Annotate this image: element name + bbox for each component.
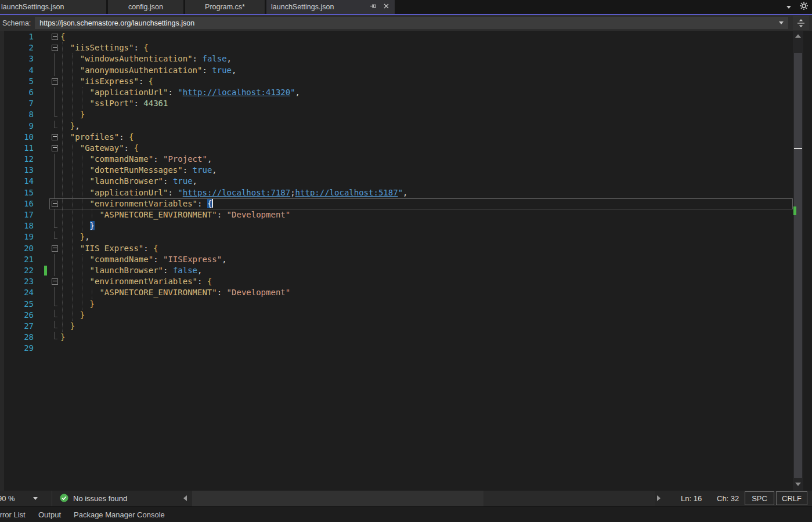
code-text[interactable]: "environmentVariables": { [59,198,213,209]
code-line-11[interactable]: 11 "Gateway": { [0,143,793,154]
code-text[interactable]: "launchBrowser": false, [59,265,202,276]
code-text[interactable]: } [59,332,65,343]
fold-toggle-icon[interactable] [50,143,59,154]
pin-tab-icon[interactable] [370,2,377,12]
code-text[interactable]: "environmentVariables": { [59,276,212,287]
code-line-9[interactable]: 9 }, [0,121,793,132]
code-text[interactable]: "applicationUrl": "http://localhost:4132… [59,87,300,98]
code-text[interactable]: "ASPNETCORE_ENVIRONMENT": "Development" [59,287,290,298]
code-text[interactable]: "commandName": "IISExpress", [59,254,227,265]
fold-toggle-icon[interactable] [50,76,59,87]
code-line-15[interactable]: 15 "applicationUrl": "https://localhost:… [0,187,793,198]
code-text[interactable]: "iisExpress": { [59,76,153,87]
close-tab-icon[interactable] [382,2,390,12]
code-line-3[interactable]: 3 "windowsAuthentication": false, [0,53,793,64]
code-line-19[interactable]: 19 }, [0,231,793,242]
code-text[interactable]: { [59,31,65,42]
document-health-indicator[interactable]: No issues found [60,491,127,506]
settings-gear-icon[interactable] [799,1,809,13]
code-line-26[interactable]: 26 } [0,310,793,321]
fold-toggle-icon[interactable] [50,132,59,143]
hscroll-left-arrow-icon[interactable] [183,495,187,501]
code-line-28[interactable]: 28} [0,332,793,343]
code-line-21[interactable]: 21 "commandName": "IISExpress", [0,254,793,265]
line-indicator[interactable]: Ln: 16 [681,494,702,503]
code-text[interactable]: "commandName": "Project", [59,154,212,165]
code-line-12[interactable]: 12 "commandName": "Project", [0,154,793,165]
zoom-dropdown-chevron-icon[interactable] [33,497,38,500]
tab-list-chevron-icon[interactable] [786,6,791,9]
code-text[interactable]: } [59,299,95,310]
fold-toggle-icon[interactable] [50,31,59,42]
code-text[interactable]: }, [59,231,90,242]
code-line-4[interactable]: 4 "anonymousAuthentication": true, [0,65,793,76]
code-line-24[interactable]: 24 "ASPNETCORE_ENVIRONMENT": "Developmen… [0,287,793,298]
split-editor-button[interactable] [793,16,809,30]
code-line-2[interactable]: 2 "iisSettings": { [0,42,793,53]
change-margin [44,310,50,321]
indent-mode-button[interactable]: SPC [745,491,774,505]
code-line-6[interactable]: 6 "applicationUrl": "http://localhost:41… [0,87,793,98]
panel-tab-output[interactable]: Output [38,507,61,522]
code-line-27[interactable]: 27 } [0,321,793,332]
code-text[interactable]: "iisSettings": { [59,42,149,53]
vertical-scrollbar[interactable] [793,31,803,491]
code-line-8[interactable]: 8 } [0,109,793,120]
code-line-22[interactable]: 22 "launchBrowser": false, [0,265,793,276]
code-line-14[interactable]: 14 "launchBrowser": true, [0,176,793,187]
code-text[interactable]: "applicationUrl": "https://localhost:718… [59,187,408,198]
code-line-20[interactable]: 20 "IIS Express": { [0,243,793,254]
code-text[interactable]: } [59,109,85,120]
code-text[interactable]: "Gateway": { [59,143,139,154]
code-text[interactable]: "dotnetRunMessages": true, [59,165,217,176]
code-line-5[interactable]: 5 "iisExpress": { [0,76,793,87]
code-text[interactable]: }, [59,121,80,132]
tab-launchsettings-json[interactable]: launchSettings.json [0,0,106,14]
line-ending-button[interactable]: CRLF [776,491,807,505]
panel-tab-package-manager-console[interactable]: Package Manager Console [74,507,165,522]
code-text[interactable] [59,343,60,354]
tab-launchsettings-json-active[interactable]: launchSettings.json [266,0,395,14]
code-line-10[interactable]: 10 "profiles": { [0,132,793,143]
column-indicator[interactable]: Ch: 32 [717,494,739,503]
code-text[interactable]: "profiles": { [59,132,133,143]
code-text[interactable]: "IIS Express": { [59,243,158,254]
hscrollbar-thumb[interactable] [192,491,483,506]
code-editor[interactable]: 1{2 "iisSettings": {3 "windowsAuthentica… [0,31,812,491]
code-line-18[interactable]: 18 } [0,220,793,231]
schema-combobox[interactable]: https://json.schemastore.org/launchsetti… [35,17,788,29]
fold-toggle-icon[interactable] [50,243,59,254]
code-line-17[interactable]: 17 "ASPNETCORE_ENVIRONMENT": "Developmen… [0,209,793,220]
code-line-13[interactable]: 13 "dotnetRunMessages": true, [0,165,793,176]
hscroll-right-arrow-icon[interactable] [657,495,661,501]
code-text[interactable]: "anonymousAuthentication": true, [59,65,236,76]
code-line-29[interactable]: 29 [0,343,793,354]
code-line-16[interactable]: 16 "environmentVariables": { [0,198,793,209]
change-margin [44,343,50,354]
schema-dropdown-chevron-icon[interactable] [779,21,784,24]
code-text[interactable]: } [59,310,85,321]
panel-tab-error-list[interactable]: Error List [0,507,26,522]
outline-margin [50,53,59,64]
tab-program-cs[interactable]: Program.cs* [185,0,265,14]
scroll-up-icon[interactable] [793,31,803,41]
code-line-7[interactable]: 7 "sslPort": 44361 [0,98,793,109]
scroll-down-icon[interactable] [793,479,803,490]
scrollbar-track[interactable] [793,41,803,479]
code-text[interactable]: "launchBrowser": true, [59,176,197,187]
code-text[interactable]: "sslPort": 44361 [59,98,168,109]
code-text[interactable]: "windowsAuthentication": false, [59,53,232,64]
tab-config-json[interactable]: config.json [108,0,183,14]
code-text[interactable]: } [59,220,95,231]
scrollbar-thumb[interactable] [794,53,802,478]
code-line-25[interactable]: 25 } [0,299,793,310]
fold-toggle-icon[interactable] [50,198,59,209]
code-line-23[interactable]: 23 "environmentVariables": { [0,276,793,287]
fold-toggle-icon[interactable] [50,276,59,287]
zoom-control[interactable]: 90 % [0,491,52,506]
horizontal-scrollbar[interactable] [192,491,655,506]
fold-toggle-icon[interactable] [50,42,59,53]
code-text[interactable]: } [59,321,75,332]
code-text[interactable]: "ASPNETCORE_ENVIRONMENT": "Development" [59,209,290,220]
code-line-1[interactable]: 1{ [0,31,793,42]
